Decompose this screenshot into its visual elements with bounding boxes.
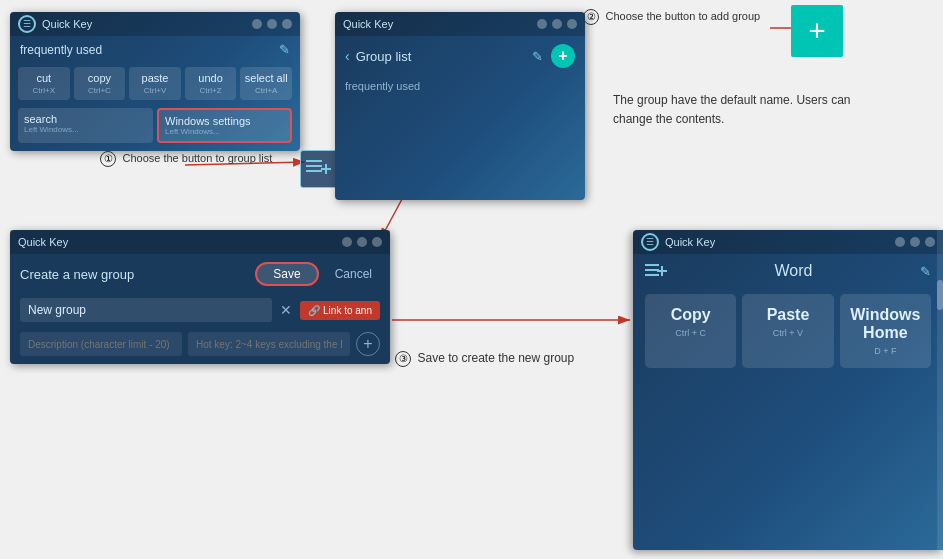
- newgroup-header: Create a new group Save Cancel: [10, 254, 390, 294]
- titlebar-left-word: ☰ Quick Key: [641, 233, 715, 251]
- grouplist-body: [335, 100, 585, 200]
- titlebar-left: ☰ Quick Key: [18, 15, 92, 33]
- minimize-btn-gl[interactable]: [537, 19, 547, 29]
- clear-name-button[interactable]: ✕: [280, 302, 292, 318]
- window-controls-ng: [342, 237, 382, 247]
- menu-icon-word: ☰: [646, 237, 654, 247]
- big-plus-icon: +: [808, 14, 826, 48]
- word-header: Word ✎: [633, 254, 943, 288]
- selectall-button[interactable]: select all Ctrl+A: [240, 67, 292, 100]
- annotation-4-text: Save to create the new group: [417, 351, 574, 365]
- link-label: Link to ann: [323, 305, 372, 316]
- edit-icon[interactable]: ✎: [279, 42, 290, 57]
- edit-icon-word[interactable]: ✎: [920, 264, 931, 279]
- window-create-group: Quick Key Create a new group Save Cancel…: [10, 230, 390, 364]
- minimize-btn-word[interactable]: [895, 237, 905, 247]
- maximize-btn-word[interactable]: [910, 237, 920, 247]
- paste-button[interactable]: paste Ctrl+V: [129, 67, 181, 100]
- minimize-btn-ng[interactable]: [342, 237, 352, 247]
- windows-settings-button[interactable]: Windows settings Left Windows...: [157, 108, 292, 143]
- hotkey-input[interactable]: [188, 332, 350, 356]
- window-frequently-used: ☰ Quick Key frequently used ✎ cut Ctrl+X…: [10, 12, 300, 151]
- annotation-4-num: ③: [395, 351, 411, 367]
- paste-key-button[interactable]: Paste Ctrl + V: [742, 294, 833, 368]
- annotation-2-num: ②: [583, 9, 599, 25]
- copy-key-shortcut: Ctrl + C: [651, 328, 730, 338]
- plus-icon-field: +: [363, 335, 372, 353]
- save-button[interactable]: Save: [255, 262, 318, 286]
- group-name-input[interactable]: [20, 298, 272, 322]
- group-list-icon-box: [300, 150, 338, 188]
- newgroup-title: Create a new group: [20, 267, 134, 282]
- svg-rect-7: [306, 160, 322, 162]
- windows-home-key-shortcut: D + F: [846, 346, 925, 356]
- annotation-3-text: The group have the default name. Users c…: [613, 93, 850, 126]
- selectall-shortcut: Ctrl+A: [244, 86, 288, 95]
- grouplist-actions: ✎ +: [532, 44, 575, 68]
- undo-button[interactable]: undo Ctrl+Z: [185, 67, 237, 100]
- svg-rect-16: [657, 270, 667, 272]
- add-group-button[interactable]: +: [551, 44, 575, 68]
- window-controls-gl: [537, 19, 577, 29]
- app-icon-word: ☰: [641, 233, 659, 251]
- close-btn-gl[interactable]: [567, 19, 577, 29]
- copy-key-button[interactable]: Copy Ctrl + C: [645, 294, 736, 368]
- window-title-word: Quick Key: [665, 236, 715, 248]
- titlebar-grouplist: Quick Key: [335, 12, 585, 36]
- window-controls: [252, 19, 292, 29]
- maximize-btn-gl[interactable]: [552, 19, 562, 29]
- close-btn[interactable]: [282, 19, 292, 29]
- close-btn-ng[interactable]: [372, 237, 382, 247]
- newgroup-action-btns: Save Cancel: [255, 262, 380, 286]
- window-title-gl: Quick Key: [343, 18, 393, 30]
- winsettings-sub: Left Windows...: [165, 127, 284, 136]
- big-add-group-button[interactable]: +: [791, 5, 843, 57]
- close-btn-word[interactable]: [925, 237, 935, 247]
- back-button[interactable]: ‹: [345, 48, 350, 64]
- copy-button[interactable]: copy Ctrl+C: [74, 67, 126, 100]
- copy-key-label: Copy: [651, 306, 730, 324]
- scrollbar-thumb-word: [937, 280, 943, 310]
- app-icon: ☰: [18, 15, 36, 33]
- plus-icon-gl: +: [558, 47, 567, 65]
- grouplist-title: Group list: [356, 49, 526, 64]
- window-group-list: Quick Key ‹ Group list ✎ + frequently us…: [335, 12, 585, 200]
- annotation-1-text: Choose the button to group list: [122, 152, 272, 164]
- annotation-2: ② Choose the button to add group: [583, 6, 783, 25]
- description-input[interactable]: [20, 332, 182, 356]
- search-button[interactable]: search Left Windows...: [18, 108, 153, 143]
- annotation-1: ① Choose the button to group list: [100, 148, 280, 167]
- winsettings-label: Windows settings: [165, 115, 284, 127]
- edit-icon-gl[interactable]: ✎: [532, 49, 543, 64]
- freq-title: frequently used: [20, 43, 102, 57]
- annotation-2-text: Choose the button to add group: [605, 10, 760, 22]
- maximize-btn-ng[interactable]: [357, 237, 367, 247]
- undo-shortcut: Ctrl+Z: [189, 86, 233, 95]
- word-title-label: Word: [677, 262, 910, 280]
- freq-buttons-grid: cut Ctrl+X copy Ctrl+C paste Ctrl+V undo…: [10, 63, 300, 104]
- paste-shortcut: Ctrl+V: [133, 86, 177, 95]
- newgroup-name-row: ✕ 🔗 Link to ann: [10, 294, 390, 326]
- cancel-button[interactable]: Cancel: [327, 262, 380, 286]
- scrollbar-word[interactable]: [937, 230, 943, 550]
- paste-label: paste: [133, 72, 177, 84]
- cut-button[interactable]: cut Ctrl+X: [18, 67, 70, 100]
- add-field-button[interactable]: +: [356, 332, 380, 356]
- titlebar-word: ☰ Quick Key: [633, 230, 943, 254]
- list-plus-icon-word: [645, 262, 667, 280]
- grouplist-header: ‹ Group list ✎ +: [335, 36, 585, 76]
- maximize-btn[interactable]: [267, 19, 277, 29]
- copy-shortcut: Ctrl+C: [78, 86, 122, 95]
- word-keys-grid: Copy Ctrl + C Paste Ctrl + V Windows Hom…: [633, 288, 943, 378]
- titlebar-left-gl: Quick Key: [343, 18, 393, 30]
- minimize-btn[interactable]: [252, 19, 262, 29]
- window-title-freq: Quick Key: [42, 18, 92, 30]
- link-to-annotation-button[interactable]: 🔗 Link to ann: [300, 301, 380, 320]
- svg-rect-14: [645, 274, 659, 276]
- svg-rect-8: [306, 165, 322, 167]
- windows-home-key-button[interactable]: Windows Home D + F: [840, 294, 931, 368]
- search-sub: Left Windows...: [24, 125, 147, 134]
- window-controls-word: [895, 237, 935, 247]
- window-title-ng: Quick Key: [18, 236, 68, 248]
- windows-home-key-label: Windows Home: [846, 306, 925, 342]
